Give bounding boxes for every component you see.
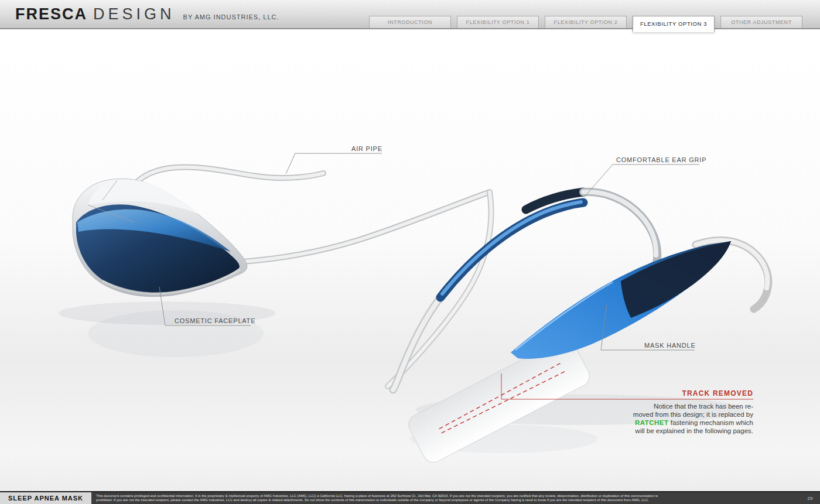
legal-line-1: This document contains privileged and co… bbox=[96, 494, 795, 498]
note-line: RATCHET fastening mechanism which bbox=[601, 419, 753, 427]
footer-bar: SLEEP APNEA MASK This document contains … bbox=[0, 491, 820, 504]
flex-strap-shape bbox=[440, 203, 583, 297]
brand-logo: FRESCA DESIGN BY AMG INDUSTRIES, LLC. bbox=[15, 5, 279, 23]
tab-flexibility-option-1[interactable]: FLEXIBILITY OPTION 1 bbox=[457, 16, 539, 28]
track-removed-note: Notice that the track has been re- moved… bbox=[601, 402, 753, 435]
tab-flexibility-option-2[interactable]: FLEXIBILITY OPTION 2 bbox=[545, 16, 627, 28]
note-line: Notice that the track has been re- bbox=[601, 402, 753, 410]
header-bar: FRESCA DESIGN BY AMG INDUSTRIES, LLC. IN… bbox=[0, 0, 820, 29]
slide-canvas: AIR PIPE COSMETIC FACEPLATE COMFORTABLE … bbox=[0, 29, 820, 491]
footer-legal-text: This document contains privileged and co… bbox=[91, 492, 800, 504]
brand-primary: FRESCA bbox=[15, 5, 87, 23]
air-pipe-label: AIR PIPE bbox=[351, 145, 382, 152]
ratchet-keyword: RATCHET bbox=[635, 419, 669, 426]
air-pipe-leader bbox=[286, 153, 382, 174]
note-line: will be explained in the following pages… bbox=[601, 427, 753, 435]
tab-flexibility-option-3[interactable]: FLEXIBILITY OPTION 3 bbox=[633, 16, 715, 32]
track-removed-label: TRACK REMOVED bbox=[636, 389, 753, 397]
tab-introduction[interactable]: INTRODUCTION bbox=[369, 16, 451, 28]
main-band-dark-shape bbox=[621, 241, 731, 318]
nav-tabs: INTRODUCTION FLEXIBILITY OPTION 1 FLEXIB… bbox=[369, 16, 802, 28]
mask-render bbox=[73, 179, 247, 296]
cosmetic-faceplate-label: COSMETIC FACEPLATE bbox=[175, 317, 255, 324]
brand-subtitle: BY AMG INDUSTRIES, LLC. bbox=[183, 13, 279, 20]
legal-line-2: prohibited. If you are not the intended … bbox=[96, 498, 795, 502]
tab-other-adjustment[interactable]: OTHER ADJUSTMENT bbox=[720, 16, 802, 28]
page-number: 29 bbox=[800, 492, 820, 504]
design-document-page: FRESCA DESIGN BY AMG INDUSTRIES, LLC. IN… bbox=[0, 0, 820, 504]
brand-secondary: DESIGN bbox=[93, 5, 175, 23]
comfortable-ear-grip-label: COMFORTABLE EAR GRIP bbox=[616, 156, 706, 163]
note-line: moved from this design; it is replaced b… bbox=[601, 410, 753, 419]
footer-product-title: SLEEP APNEA MASK bbox=[0, 492, 91, 504]
main-band-render bbox=[511, 241, 731, 359]
mask-handle-label: MASK HANDLE bbox=[644, 342, 696, 349]
